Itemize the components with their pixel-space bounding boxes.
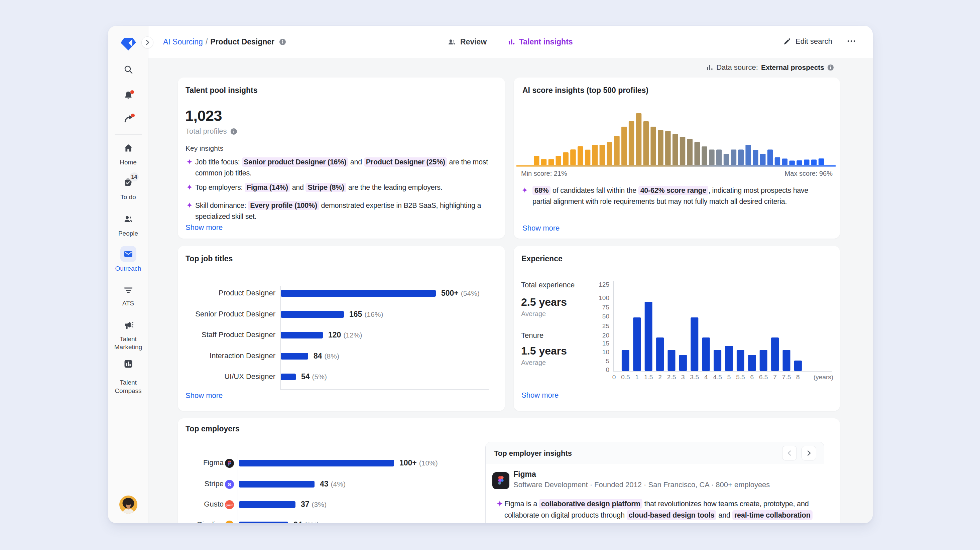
svg-text:S: S	[228, 482, 231, 487]
svg-text:gusto: gusto	[226, 504, 233, 507]
